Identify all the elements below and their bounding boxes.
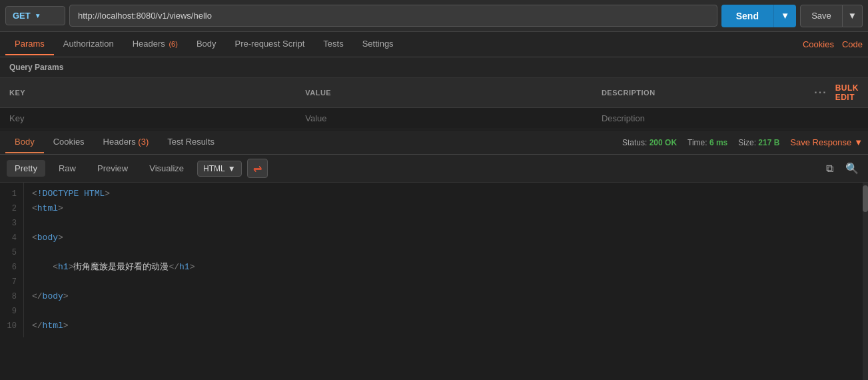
request-tabs-bar: Params Authorization Headers (6) Body Pr…	[0, 32, 868, 57]
col-actions-header: ··· Bulk Edit	[805, 78, 868, 108]
code-line-3	[32, 216, 860, 231]
line-number-6: 6	[7, 260, 17, 275]
line-number-7: 7	[7, 275, 17, 289]
format-right-actions: ⧉ 🔍	[823, 159, 861, 177]
code-line-8: </body>	[32, 289, 860, 304]
format-chevron-icon: ▼	[228, 164, 236, 173]
code-line-10: </html>	[32, 319, 860, 333]
tab-pre-request-script[interactable]: Pre-request Script	[226, 33, 314, 55]
time-value: 6 ms	[709, 138, 727, 147]
send-button[interactable]: Send	[721, 5, 773, 27]
save-btn-group: Save ▼	[800, 5, 863, 27]
code-lines: 1 2 3 4 5 6 7 8 9 10 <!DOCTYPE HTML> <ht…	[0, 183, 868, 337]
code-line-4: <body>	[32, 231, 860, 245]
line-number-2: 2	[7, 201, 17, 216]
send-dropdown-icon: ▼	[781, 11, 789, 21]
line-number-8: 8	[7, 289, 17, 304]
time-label: Time: 6 ms	[687, 138, 727, 147]
desc-cell	[592, 108, 805, 129]
url-input[interactable]	[69, 5, 717, 27]
copy-button[interactable]: ⧉	[823, 159, 836, 177]
scrollbar-thumb[interactable]	[863, 185, 868, 212]
code-line-7	[32, 275, 860, 289]
code-line-1: <!DOCTYPE HTML>	[32, 187, 860, 201]
method-selector[interactable]: GET ▼	[5, 6, 65, 25]
code-line-9	[32, 304, 860, 319]
format-selector[interactable]: HTML ▼	[197, 161, 242, 177]
format-bar: Pretty Raw Preview Visualize HTML ▼ ⇌ ⧉ …	[0, 155, 868, 183]
tab-authorization[interactable]: Authorization	[54, 33, 123, 55]
code-editor[interactable]: 1 2 3 4 5 6 7 8 9 10 <!DOCTYPE HTML> <ht…	[0, 183, 868, 380]
value-input[interactable]	[305, 113, 583, 123]
method-label: GET	[13, 11, 31, 21]
response-tab-cookies[interactable]: Cookies	[44, 131, 94, 153]
query-params-header: Query Params	[0, 57, 868, 78]
search-button[interactable]: 🔍	[843, 159, 861, 177]
line-number-4: 4	[7, 231, 17, 245]
response-headers-badge: (3)	[138, 137, 149, 147]
line-number-1: 1	[7, 187, 17, 201]
tabs-right: Cookies Code	[803, 39, 863, 49]
value-cell	[296, 108, 592, 129]
code-line-5	[32, 245, 860, 260]
table-row	[0, 108, 868, 129]
params-table: KEY VALUE DESCRIPTION ··· Bulk Edit	[0, 78, 868, 129]
format-tab-raw[interactable]: Raw	[51, 160, 84, 177]
row-actions	[805, 108, 868, 129]
line-number-9: 9	[7, 304, 17, 319]
save-button[interactable]: Save	[800, 5, 843, 27]
response-tab-body[interactable]: Body	[5, 131, 44, 153]
line-number-10: 10	[7, 319, 17, 333]
save-dropdown-icon: ▼	[848, 11, 857, 21]
format-tab-visualize[interactable]: Visualize	[141, 160, 192, 177]
col-desc-header: DESCRIPTION	[592, 78, 805, 108]
response-tabs-bar: Body Cookies Headers (3) Test Results St…	[0, 129, 868, 155]
cookies-link[interactable]: Cookies	[803, 39, 834, 49]
key-input[interactable]	[9, 113, 286, 123]
key-cell	[0, 108, 296, 129]
word-wrap-icon: ⇌	[253, 162, 262, 175]
col-key-header: KEY	[0, 78, 296, 108]
send-dropdown-button[interactable]: ▼	[773, 5, 796, 27]
status-label: Status: 200 OK	[622, 138, 677, 147]
bulk-edit-button[interactable]: Bulk Edit	[835, 83, 859, 102]
tab-headers[interactable]: Headers (6)	[123, 33, 187, 55]
desc-input[interactable]	[602, 113, 795, 123]
tab-tests[interactable]: Tests	[314, 33, 352, 55]
response-tab-headers[interactable]: Headers (3)	[94, 131, 159, 153]
send-btn-group: Send ▼	[721, 5, 796, 27]
code-line-6: <h1>街角魔族是最好看的动漫</h1>	[32, 260, 860, 275]
code-editor-wrapper: 1 2 3 4 5 6 7 8 9 10 <!DOCTYPE HTML> <ht…	[0, 183, 868, 380]
headers-badge: (6)	[169, 40, 177, 48]
tab-body[interactable]: Body	[187, 33, 226, 55]
save-response-button[interactable]: Save Response ▼	[790, 137, 863, 147]
save-dropdown-button[interactable]: ▼	[843, 5, 863, 27]
format-tab-preview[interactable]: Preview	[89, 160, 136, 177]
size-label: Size: 217 B	[738, 138, 779, 147]
format-tab-pretty[interactable]: Pretty	[7, 160, 45, 177]
col-value-header: VALUE	[296, 78, 592, 108]
top-bar: GET ▼ Send ▼ Save ▼	[0, 0, 868, 32]
response-info: Status: 200 OK Time: 6 ms Size: 217 B Sa…	[622, 137, 863, 147]
code-link[interactable]: Code	[842, 39, 863, 49]
tab-params[interactable]: Params	[5, 33, 54, 55]
save-response-chevron-icon: ▼	[854, 137, 863, 147]
line-number-3: 3	[7, 216, 17, 231]
line-numbers: 1 2 3 4 5 6 7 8 9 10	[0, 183, 24, 337]
dots-menu-icon[interactable]: ···	[814, 87, 827, 99]
tab-settings[interactable]: Settings	[353, 33, 403, 55]
method-chevron-icon: ▼	[35, 12, 41, 19]
line-number-5: 5	[7, 245, 17, 260]
word-wrap-button[interactable]: ⇌	[247, 159, 268, 178]
size-value: 217 B	[758, 138, 779, 147]
scrollbar-track[interactable]	[863, 183, 868, 380]
status-value: 200 OK	[650, 138, 677, 147]
response-tab-test-results[interactable]: Test Results	[158, 131, 224, 153]
code-line-2: <html>	[32, 201, 860, 216]
code-content: <!DOCTYPE HTML> <html> <body> <h1>街角魔族是最…	[24, 183, 868, 337]
format-value: HTML	[203, 164, 225, 173]
